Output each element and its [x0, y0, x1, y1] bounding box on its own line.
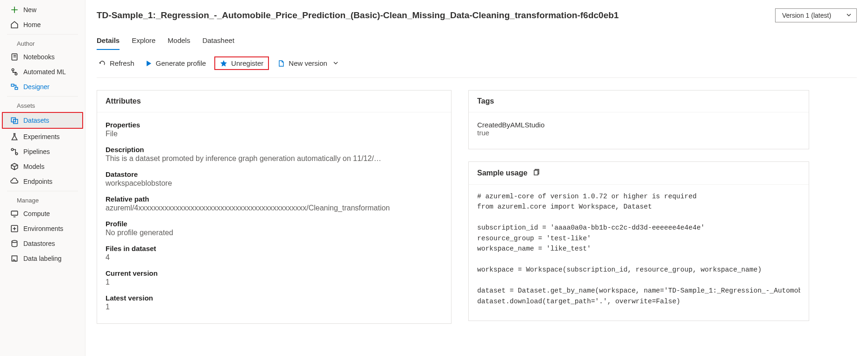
refresh-button[interactable]: Refresh: [97, 58, 136, 68]
notebook-icon: [10, 53, 19, 61]
tags-card: Tags CreatedByAMLStudio true: [468, 90, 809, 149]
prop-current-version: Current version 1: [106, 265, 443, 290]
cloud-icon: [10, 177, 19, 186]
sidebar-item-environments[interactable]: Environments: [0, 221, 85, 236]
prop-description: Description This is a dataset promoted b…: [106, 142, 443, 167]
svg-rect-3: [11, 84, 14, 86]
designer-icon: [10, 83, 19, 91]
tab-explore[interactable]: Explore: [132, 34, 155, 50]
svg-point-1: [12, 69, 14, 71]
section-manage: Manage: [0, 193, 85, 206]
sidebar-item-home[interactable]: Home: [0, 17, 85, 32]
svg-rect-4: [15, 87, 18, 90]
sidebar-item-pipelines[interactable]: Pipelines: [0, 144, 85, 159]
header-row: TD-Sample_1:_Regression_-_Automobile_Pri…: [97, 5, 857, 25]
pipeline-icon: [10, 147, 19, 156]
prop-latest-version: Latest version 1: [106, 290, 443, 315]
sample-code[interactable]: # azureml-core of version 1.0.72 or high…: [477, 189, 800, 312]
environments-icon: [10, 224, 19, 233]
sidebar-item-designer[interactable]: Designer: [0, 79, 85, 94]
copy-icon[interactable]: [532, 168, 540, 178]
attributes-title: Attributes: [97, 91, 451, 112]
label-icon: [10, 254, 19, 263]
tab-models[interactable]: Models: [168, 34, 190, 50]
new-version-icon: [277, 60, 285, 67]
prop-files: Files in dataset 4: [106, 241, 443, 265]
version-dropdown[interactable]: Version 1 (latest): [775, 8, 857, 22]
sidebar-item-experiments[interactable]: Experiments: [0, 129, 85, 144]
sidebar-item-models[interactable]: Models: [0, 159, 85, 174]
refresh-icon: [99, 60, 106, 67]
tab-details[interactable]: Details: [97, 34, 120, 50]
sidebar-item-datalabeling[interactable]: Data labeling: [0, 251, 85, 266]
sidebar-item-automl[interactable]: Automated ML: [0, 64, 85, 79]
cube-icon: [10, 162, 19, 171]
svg-point-11: [12, 240, 17, 243]
datastore-icon: [10, 239, 19, 248]
svg-rect-9: [11, 211, 18, 215]
section-author: Author: [0, 36, 85, 49]
divider: [7, 34, 78, 35]
plus-icon: [10, 6, 19, 14]
section-assets: Assets: [0, 98, 85, 112]
sidebar-item-endpoints[interactable]: Endpoints: [0, 174, 85, 189]
star-icon: [220, 60, 227, 67]
prop-datastore: Datastore workspaceblobstore: [106, 167, 443, 191]
svg-point-7: [11, 148, 14, 151]
sidebar-item-datasets[interactable]: Datasets: [3, 113, 82, 128]
tags-title: Tags: [469, 91, 809, 112]
sidebar-item-notebooks[interactable]: Notebooks: [0, 49, 85, 64]
toolbar: Refresh Generate profile Unregister New …: [97, 50, 857, 78]
svg-point-2: [15, 73, 17, 75]
prop-profile: Profile No profile generated: [106, 216, 443, 241]
prop-relpath: Relative path azureml/4xxxxxxxxxxxxxxxxx…: [106, 191, 443, 216]
sidebar-item-compute[interactable]: Compute: [0, 206, 85, 221]
tab-datasheet[interactable]: Datasheet: [202, 34, 234, 50]
prop-properties: Properties File: [106, 117, 443, 142]
highlight-datasets: Datasets: [2, 112, 83, 129]
tabs: Details Explore Models Datasheet: [97, 25, 857, 50]
generate-profile-button[interactable]: Generate profile: [143, 58, 208, 68]
svg-rect-13: [534, 170, 538, 175]
attributes-card: Attributes Properties File Description T…: [97, 90, 452, 324]
flask-icon: [10, 133, 19, 141]
content-grid: Attributes Properties File Description T…: [97, 78, 857, 324]
version-label: Version 1 (latest): [782, 12, 831, 19]
main-content: TD-Sample_1:_Regression_-_Automobile_Pri…: [85, 0, 868, 356]
sidebar: New Home Author Notebooks Automated ML D…: [0, 0, 85, 356]
chevron-down-icon: [333, 59, 339, 67]
sidebar-item-datastores[interactable]: Datastores: [0, 236, 85, 251]
tag-entry: CreatedByAMLStudio true: [477, 117, 800, 140]
automl-icon: [10, 68, 19, 76]
sidebar-item-new[interactable]: New: [0, 2, 85, 17]
sample-usage-card: Sample usage # azureml-core of version 1…: [468, 161, 809, 321]
page-title: TD-Sample_1:_Regression_-_Automobile_Pri…: [97, 10, 628, 21]
play-icon: [145, 60, 152, 67]
home-icon: [10, 21, 19, 29]
unregister-button[interactable]: Unregister: [214, 56, 269, 70]
divider: [7, 191, 78, 191]
sample-title: Sample usage: [469, 162, 809, 185]
datasets-icon: [10, 116, 19, 125]
chevron-down-icon: [846, 12, 852, 19]
compute-icon: [10, 209, 19, 218]
new-version-button[interactable]: New version: [275, 58, 340, 68]
divider: [7, 96, 78, 97]
